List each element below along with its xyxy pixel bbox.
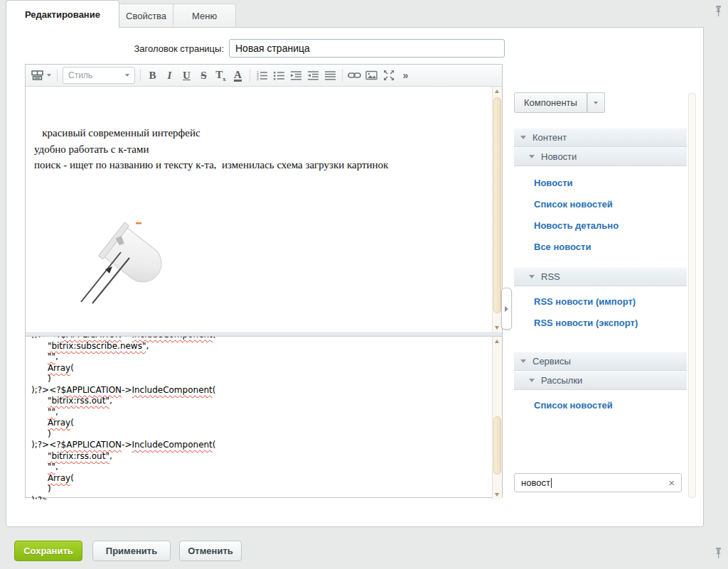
page-title-input[interactable]: [229, 39, 505, 58]
misspelled-token: Array: [48, 363, 70, 373]
code-text: [31, 418, 48, 428]
code-text: ): [31, 429, 51, 439]
fullscreen-icon[interactable]: [380, 67, 397, 84]
tree-section-label: Сервисы: [532, 356, 571, 367]
components-button[interactable]: Компоненты: [514, 92, 587, 113]
code-area[interactable]: );?><?$APPLICATION->IncludeComponent( "b…: [26, 337, 502, 499]
indent-icon[interactable]: [288, 67, 304, 84]
cancel-button[interactable]: Отменить: [179, 541, 242, 561]
image-icon[interactable]: [363, 67, 380, 84]
pin-icon[interactable]: [713, 5, 724, 17]
code-line: "bitrix:rss.out",: [31, 396, 492, 407]
panel-scrollbar-track[interactable]: [688, 93, 696, 498]
component-link[interactable]: Новости: [514, 172, 687, 193]
scrollbar-thumb[interactable]: [493, 97, 501, 313]
code-text: [31, 341, 48, 351]
justify-icon[interactable]: [322, 67, 338, 84]
code-view[interactable]: );?><?$APPLICATION->IncludeComponent( "b…: [26, 337, 492, 499]
tree-spacer: [514, 333, 687, 352]
misspelled-token: "bitrix:rss.out": [48, 396, 109, 406]
code-text: (: [213, 385, 216, 395]
component-search-input[interactable]: новост ×: [514, 473, 682, 492]
pin-icon[interactable]: [713, 547, 724, 559]
misspelled-token: "": [48, 407, 55, 417]
outdent-icon[interactable]: [305, 67, 321, 84]
tree-section-sub[interactable]: RSS: [514, 267, 687, 286]
clear-search-icon[interactable]: ×: [668, 477, 675, 488]
components-dropdown-button[interactable]: [587, 92, 605, 113]
more-tools-button[interactable]: »: [397, 67, 414, 84]
component-link-label: Список новостей: [534, 199, 613, 210]
wysiwyg-text[interactable]: красивый современный интерфейсудобно раб…: [26, 87, 492, 332]
editor-paragraphs: красивый современный интерфейсудобно раб…: [34, 125, 488, 173]
tree-section-sub[interactable]: Рассылки: [514, 371, 687, 390]
scroll-up-icon[interactable]: [495, 340, 499, 343]
text-cursor: [551, 478, 552, 488]
code-scrollbar[interactable]: [492, 337, 502, 499]
ordered-list-icon[interactable]: 123: [254, 67, 270, 84]
code-line: );?><?$APPLICATION->IncludeComponent(: [31, 385, 492, 396]
code-line: ): [31, 374, 492, 385]
font-color-glyph: A: [234, 70, 242, 82]
italic-button[interactable]: I: [161, 67, 178, 84]
editor-scrollbar[interactable]: [492, 87, 502, 332]
scroll-up-icon[interactable]: [495, 90, 499, 93]
component-link-label: RSS новости (импорт): [534, 296, 636, 307]
code-text: (: [213, 440, 216, 450]
tree-section-header[interactable]: Контент: [514, 128, 687, 147]
misspelled-token: $APPLICATION: [61, 385, 122, 395]
chevron-down-icon: [125, 74, 129, 77]
component-link[interactable]: Новость детально: [514, 215, 687, 236]
chevron-down-icon: [529, 379, 535, 382]
bullet-list-icon[interactable]: [271, 67, 287, 84]
misspelled-token: Array: [48, 473, 70, 483]
code-text: );?><?: [31, 337, 61, 340]
component-link[interactable]: RSS новости (экспорт): [514, 312, 687, 333]
misspelled-token: "": [48, 352, 55, 362]
editor-paragraph: красивый современный интерфейс: [34, 125, 488, 141]
panel-collapse-handle[interactable]: [501, 288, 512, 330]
tab-3[interactable]: Меню: [173, 4, 236, 28]
italic-glyph: I: [168, 70, 172, 82]
scrollbar-thumb[interactable]: [493, 416, 501, 475]
wysiwyg-area[interactable]: красивый современный интерфейсудобно раб…: [26, 87, 502, 333]
chevron-down-icon: [529, 275, 535, 278]
strikethrough-button[interactable]: S: [196, 67, 212, 84]
tree-section-sub[interactable]: Новости: [514, 147, 687, 166]
code-text: ): [31, 374, 51, 384]
style-dropdown[interactable]: Стиль: [63, 67, 135, 84]
code-text: (: [70, 473, 74, 483]
apply-button[interactable]: Применить: [92, 541, 171, 561]
bold-button[interactable]: B: [144, 67, 161, 84]
misspelled-token: "bitrix:rss.out": [48, 451, 109, 461]
code-text: ->: [122, 385, 132, 395]
template-layout-icon[interactable]: [29, 67, 53, 84]
scroll-down-icon[interactable]: [495, 326, 499, 330]
code-text: [31, 396, 48, 406]
clear-format-button[interactable]: Tx: [213, 67, 229, 84]
scroll-down-icon[interactable]: [495, 493, 499, 497]
tab-1[interactable]: Редактирование: [6, 0, 119, 28]
led-image[interactable]: [41, 206, 488, 326]
component-link-label: Новость детально: [534, 220, 619, 231]
link-icon[interactable]: [346, 67, 363, 84]
chevron-down-icon: [520, 359, 526, 363]
font-color-button[interactable]: A: [230, 67, 246, 84]
code-text: [31, 473, 48, 483]
tree-section-label: RSS: [541, 271, 560, 282]
misspelled-token: $APPLICATION: [61, 337, 122, 340]
component-link[interactable]: RSS новости (импорт): [514, 291, 687, 312]
toolbar-separator: [140, 69, 141, 82]
code-text: ,: [55, 352, 58, 362]
tree-section-header[interactable]: Сервисы: [514, 352, 687, 371]
tree-spacer: [514, 257, 687, 267]
component-link[interactable]: Список новостей: [514, 394, 687, 416]
misspelled-token: IncludeComponent: [132, 337, 212, 340]
component-link[interactable]: Список новостей: [514, 193, 687, 215]
misspelled-token: $APPLICATION: [61, 440, 122, 450]
save-button[interactable]: Сохранить: [14, 541, 82, 561]
component-link-label: RSS новости (экспорт): [534, 318, 638, 328]
component-link[interactable]: Все новости: [514, 236, 687, 257]
underline-button[interactable]: U: [178, 67, 195, 84]
code-text: );?>: [31, 495, 49, 500]
